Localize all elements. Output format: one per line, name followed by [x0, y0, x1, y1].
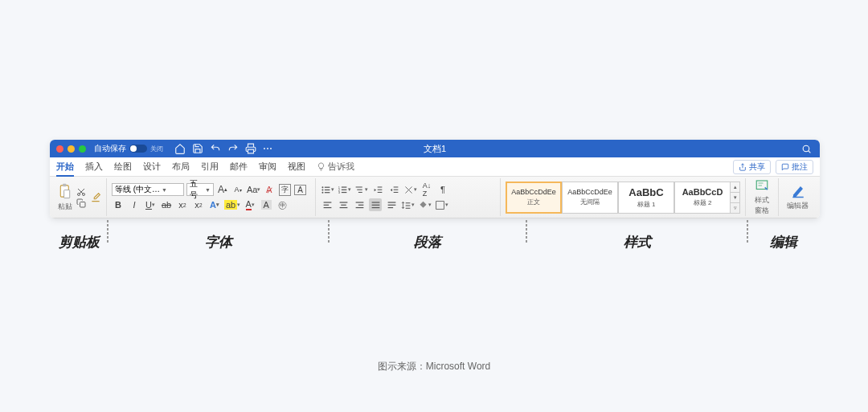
asian-layout-icon[interactable]: ▾	[403, 183, 417, 196]
char-shading-icon[interactable]: A	[260, 198, 272, 211]
group-style-pane: 样式 窗格	[746, 178, 779, 216]
decrease-indent-icon[interactable]	[371, 183, 384, 196]
cut-icon[interactable]	[76, 187, 87, 197]
decrease-font-icon[interactable]: A▾	[231, 183, 244, 196]
annotation-paragraph: 段落	[329, 233, 526, 251]
svg-point-0	[803, 145, 809, 152]
tab-insert[interactable]: 插入	[85, 161, 103, 173]
font-color-icon[interactable]: A▾	[244, 198, 256, 211]
bold-button[interactable]: B	[112, 198, 125, 211]
comments-button[interactable]: 批注	[776, 160, 813, 174]
svg-rect-36	[355, 206, 363, 207]
numbering-icon[interactable]: 123▾	[338, 183, 351, 196]
svg-rect-24	[377, 191, 382, 192]
clear-format-icon[interactable]: A̷	[263, 183, 276, 196]
style-no-spacing[interactable]: AaBbCcDdEe 无间隔	[562, 182, 618, 214]
group-paragraph: ▾ 123▾ ▾ ▾ A↓Z ¶ ▾ ▾ ▾	[316, 178, 501, 216]
svg-rect-30	[323, 206, 331, 207]
style-normal[interactable]: AaBbCcDdEe 正文	[506, 182, 562, 214]
change-case-icon[interactable]: Aa▾	[247, 183, 260, 196]
bullets-icon[interactable]: ▾	[321, 183, 334, 196]
italic-button[interactable]: I	[128, 198, 141, 211]
styles-pane-button[interactable]: 样式 窗格	[751, 177, 773, 218]
svg-point-9	[321, 189, 323, 190]
ribbon: 粘贴 等线 (中文…▼ 五号▼ A▴ A▾ Aa▾ A̷ 字 A	[50, 177, 820, 218]
svg-rect-31	[339, 202, 347, 202]
search-icon[interactable]	[801, 144, 812, 154]
share-button[interactable]: 共享	[733, 160, 771, 174]
tab-review[interactable]: 审阅	[259, 161, 276, 173]
svg-rect-6	[80, 202, 86, 207]
justify-icon[interactable]	[369, 198, 382, 211]
tab-mailings[interactable]: 邮件	[230, 161, 248, 173]
group-styles: AaBbCcDdEe 正文 AaBbCcDdEe 无间隔 AaBbC 标题 1 …	[501, 178, 746, 216]
comment-icon	[781, 163, 789, 171]
svg-rect-27	[393, 191, 398, 192]
editor-button[interactable]: 编辑器	[784, 182, 812, 213]
align-center-icon[interactable]	[337, 198, 350, 211]
char-border-icon[interactable]: A	[293, 183, 306, 196]
maximize-button[interactable]	[79, 145, 86, 153]
close-button[interactable]	[56, 145, 63, 153]
toggle-switch[interactable]	[129, 145, 147, 153]
tab-layout[interactable]: 布局	[172, 161, 190, 173]
increase-font-icon[interactable]: A▴	[216, 183, 229, 196]
save-icon[interactable]	[192, 143, 203, 154]
svg-rect-41	[387, 204, 395, 205]
style-heading1[interactable]: AaBbC 标题 1	[618, 182, 674, 214]
svg-text:3: 3	[338, 190, 341, 194]
font-name-combo[interactable]: 等线 (中文…▼	[112, 183, 184, 196]
style-heading2[interactable]: AaBbCcD 标题 2	[674, 182, 731, 214]
autosave-label: 自动保存	[94, 143, 126, 154]
strikethrough-button[interactable]: ab	[160, 198, 173, 211]
minimize-button[interactable]	[68, 145, 75, 153]
format-painter-icon[interactable]	[90, 192, 101, 203]
document-title: 文档1	[424, 143, 446, 155]
enclose-char-icon[interactable]: ㊥	[276, 198, 289, 211]
show-marks-icon[interactable]: ¶	[436, 183, 449, 196]
multilevel-list-icon[interactable]: ▾	[354, 183, 368, 196]
home-icon[interactable]	[174, 143, 186, 154]
align-left-icon[interactable]	[321, 198, 334, 211]
editor-icon	[790, 184, 806, 198]
ribbon-tabs: 开始 插入 绘图 设计 布局 引用 邮件 审阅 视图 告诉我 共享 批注	[50, 157, 820, 177]
superscript-button[interactable]: x2	[192, 198, 205, 211]
svg-rect-44	[406, 205, 411, 206]
distributed-icon[interactable]	[385, 198, 398, 211]
phonetic-guide-icon[interactable]: 字	[278, 183, 291, 196]
svg-point-11	[321, 191, 323, 193]
autosave-toggle[interactable]: 自动保存 关闭	[94, 143, 163, 154]
underline-button[interactable]: U▾	[144, 198, 157, 211]
copy-icon[interactable]	[76, 198, 87, 208]
tell-me[interactable]: 告诉我	[317, 161, 354, 173]
svg-rect-39	[371, 206, 379, 207]
text-effects-icon[interactable]: A▾	[208, 198, 221, 211]
font-size-combo[interactable]: 五号▼	[186, 183, 214, 196]
sort-icon[interactable]: A↓Z	[420, 183, 433, 196]
tab-view[interactable]: 视图	[288, 161, 305, 173]
style-gallery-nav[interactable]: ▴▾▿	[731, 182, 740, 214]
tab-references[interactable]: 引用	[201, 161, 219, 173]
tab-design[interactable]: 设计	[143, 161, 161, 173]
align-right-icon[interactable]	[353, 198, 366, 211]
annotation-clipboard: 剪贴板	[50, 233, 108, 251]
bulb-icon	[317, 162, 326, 171]
tab-draw[interactable]: 绘图	[114, 161, 132, 173]
subscript-button[interactable]: x2	[176, 198, 189, 211]
increase-indent-icon[interactable]	[387, 183, 400, 196]
tab-home[interactable]: 开始	[56, 161, 74, 177]
borders-icon[interactable]: ▾	[435, 198, 448, 211]
line-spacing-icon[interactable]: ▾	[401, 198, 415, 211]
svg-rect-37	[371, 202, 379, 202]
paste-button[interactable]: 粘贴	[58, 183, 72, 212]
shading-icon[interactable]: ▾	[418, 198, 432, 211]
more-icon[interactable]: ⋯	[263, 143, 272, 154]
highlight-icon[interactable]: ab▾	[224, 198, 240, 211]
svg-rect-2	[63, 183, 66, 186]
redo-icon[interactable]	[227, 143, 239, 154]
undo-icon[interactable]	[210, 143, 221, 154]
svg-rect-19	[356, 186, 362, 187]
print-icon[interactable]	[245, 143, 256, 154]
svg-rect-40	[387, 202, 395, 202]
svg-rect-14	[342, 186, 347, 187]
